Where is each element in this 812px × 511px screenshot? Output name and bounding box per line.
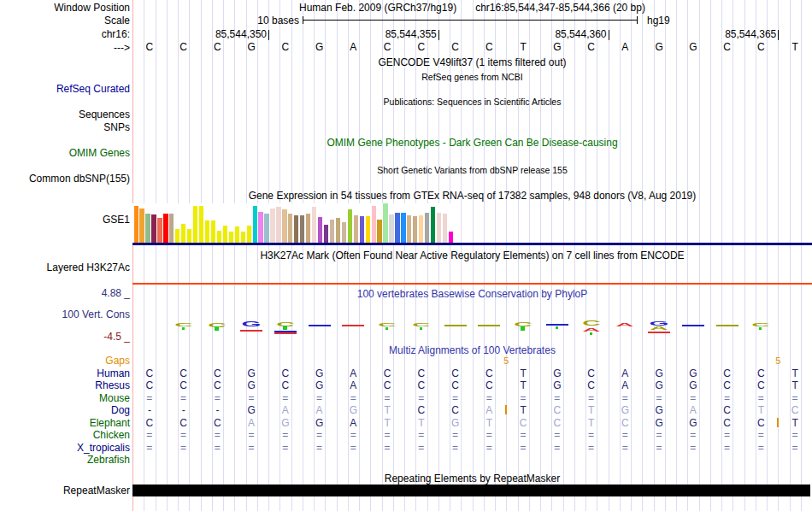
sequence-base: C: [268, 41, 303, 53]
track-title-gencode[interactable]: GENCODE V49lift37 (1 items filtered out): [132, 56, 812, 68]
left-label-layered-h3k27ac[interactable]: Layered H3K27Ac: [0, 261, 130, 273]
gtex-bar: [253, 206, 257, 243]
sequence-base: C: [473, 41, 507, 53]
alignment-cell: =: [710, 392, 744, 404]
gtex-expression-chart[interactable]: [132, 203, 812, 243]
alignment-cell: =: [234, 442, 268, 454]
gtex-bar: [330, 220, 334, 243]
window-position-title: Human Feb. 2009 (GRCh37/hg19)chr16:85,54…: [132, 2, 812, 14]
gtex-bar: [157, 218, 162, 243]
left-label-vert-cons[interactable]: 100 Vert. Cons: [0, 308, 130, 320]
phylop-logo-dot: [556, 326, 558, 329]
alignment-cell: T: [370, 404, 404, 416]
alignment-cell: -: [132, 404, 167, 416]
alignment-cell: =: [268, 392, 303, 404]
alignment-cell: =: [438, 392, 473, 404]
alignment-cell: C: [370, 379, 404, 391]
track-title-h3k27ac[interactable]: H3K27Ac Mark (Often Found Near Active Re…: [132, 250, 812, 261]
alignment-cell: T: [370, 417, 404, 429]
alignment-cell: T: [574, 404, 609, 416]
alignment-cell: C: [710, 404, 744, 416]
alignment-cell: A: [609, 367, 643, 379]
alignment-cell: -: [201, 404, 235, 416]
alignment-cell: =: [540, 429, 574, 441]
left-label-refseq-curated[interactable]: RefSeq Curated: [0, 83, 130, 95]
ruler-tick: [778, 30, 779, 40]
alignment-cell: G: [303, 379, 337, 391]
track-title-gtex[interactable]: Gene Expression in 54 tissues from GTEx …: [132, 190, 812, 202]
track-title-repeatmasker[interactable]: Repeating Elements by RepeatMasker: [132, 473, 812, 485]
alignment-cell: T: [744, 404, 779, 416]
alignment-cell: =: [473, 429, 507, 441]
alignment-cell: C: [540, 417, 574, 429]
gtex-bar: [181, 224, 185, 243]
alignment-cell: =: [642, 429, 676, 441]
left-label-scale: Scale: [0, 15, 130, 26]
h3k27ac-signal-line[interactable]: [132, 283, 812, 285]
sequence-base: A: [337, 41, 371, 53]
repeatmasker-feature-bar[interactable]: [132, 485, 810, 496]
alignment-cell: =: [404, 442, 438, 454]
left-label-strand-arrow: --->: [0, 42, 130, 54]
alignment-cell: C: [438, 404, 473, 416]
alignment-cell: C: [404, 404, 438, 416]
alignment-cell: =: [303, 392, 337, 404]
phylop-logo-bar: [648, 332, 670, 333]
scale-bar-tick-left: [303, 16, 303, 24]
gtex-bar: [139, 209, 144, 243]
left-label-gse1[interactable]: GSE1: [0, 214, 130, 226]
alignment-cell: =: [132, 392, 167, 404]
alignment-cell: G: [303, 367, 337, 379]
alignment-cell: C: [744, 367, 779, 379]
gtex-bar: [134, 206, 138, 243]
left-label-repeatmasker[interactable]: RepeatMasker: [0, 485, 130, 496]
track-title-omim[interactable]: OMIM Gene Phenotypes - Dark Green Can Be…: [132, 137, 812, 149]
alignment-cell: =: [201, 429, 235, 441]
gtex-bar: [312, 207, 316, 243]
phylop-logo-dot: [759, 327, 762, 330]
alignment-cell: T: [506, 404, 540, 416]
track-title-publications[interactable]: Publications: Sequences in Scientific Ar…: [132, 96, 812, 108]
alignment-cell: =: [744, 392, 779, 404]
alignment-cell: T: [506, 367, 540, 379]
gtex-bar: [419, 215, 423, 243]
track-title-phylop[interactable]: 100 vertebrates Basewise Conservation by…: [132, 288, 812, 300]
left-label-snps[interactable]: SNPs: [0, 121, 130, 133]
alignment-cell: T: [473, 417, 507, 429]
alignment-cell: G: [642, 367, 676, 379]
track-title-refseq-ncbi[interactable]: RefSeq genes from NCBI: [132, 71, 812, 83]
alignment-cell: =: [167, 429, 201, 441]
alignment-cell: G: [676, 417, 710, 429]
alignment-cell: C: [506, 417, 540, 429]
genome-browser: Human Feb. 2009 (GRCh37/hg19)chr16:85,54…: [0, 0, 812, 511]
alignment-cell: T: [574, 417, 609, 429]
alignment-cell: =: [132, 442, 167, 454]
alignment-cell: =: [438, 442, 473, 454]
scale-bar-tick-right: [637, 16, 638, 24]
phylop-logo-dot: [385, 327, 388, 330]
alignment-cell: G: [303, 417, 337, 429]
phylop-conservation-track[interactable]: CCGCCCCCAAGAC: [132, 316, 812, 337]
alignment-cell: =: [473, 442, 507, 454]
ruler-tick: [609, 30, 609, 40]
gtex-bar: [377, 220, 381, 243]
insert-marker: [505, 405, 507, 414]
alignment-cell: G: [234, 404, 268, 416]
assembly-title: Human Feb. 2009 (GRCh37/hg19): [299, 2, 456, 14]
left-label-common-dbsnp[interactable]: Common dbSNP(155): [0, 173, 130, 185]
alignment-cell: C: [744, 379, 779, 391]
left-label-omim-genes[interactable]: OMIM Genes: [0, 147, 130, 159]
position-title: chr16:85,544,347-85,544,366 (20 bp): [475, 2, 645, 14]
gtex-bar: [187, 229, 191, 243]
track-title-dbsnp[interactable]: Short Genetic Variants from dbSNP releas…: [132, 164, 812, 176]
alignment-cell: A: [609, 379, 643, 391]
gtex-bar: [389, 214, 393, 243]
gtex-bar: [401, 213, 405, 243]
gtex-bar: [151, 214, 156, 243]
left-label-cons-max: 4.88 _: [0, 287, 130, 299]
left-label-sequences[interactable]: Sequences: [0, 109, 130, 120]
alignment-cell: G: [268, 417, 303, 429]
alignment-cell: C: [201, 367, 235, 379]
phylop-logo-dot: [420, 327, 422, 330]
gtex-bar: [270, 209, 274, 243]
